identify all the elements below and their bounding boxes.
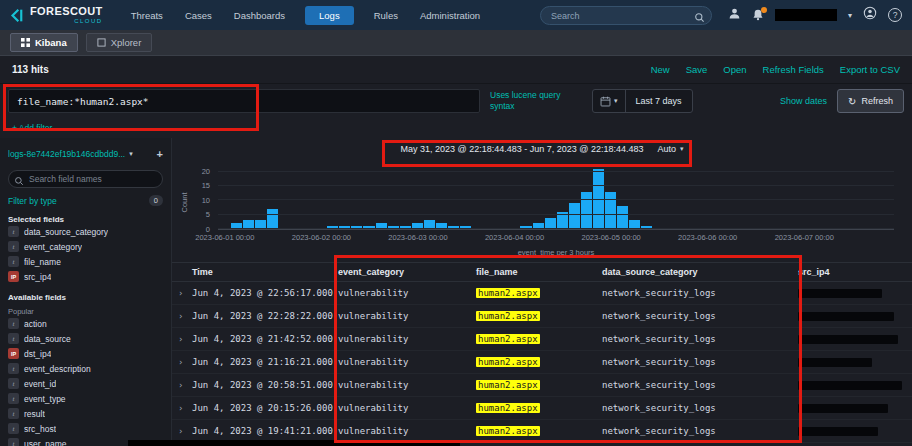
nav-item-logs[interactable]: Logs [305,6,354,25]
histogram-bar[interactable] [581,192,592,229]
interval-dropdown[interactable]: Auto ▾ [657,144,683,154]
action-export-to-csv[interactable]: Export to CSV [840,64,900,75]
lucene-syntax-hint[interactable]: Uses lucene query syntax [490,90,582,111]
field-name: action [24,319,47,329]
action-refresh-fields[interactable]: Refresh Fields [763,64,824,75]
cell-event-category: vulnerability [338,334,476,344]
filter-by-type-row: Filter by type 0 [8,195,163,206]
popular-fields-list: tactiontdata_sourceIPdst_ip4tevent_descr… [8,316,163,446]
field-event-type[interactable]: tevent_type [8,391,163,406]
field-data-source-category[interactable]: tdata_source_category [8,224,163,239]
field-event-id[interactable]: tevent_id [8,376,163,391]
nav-item-cases[interactable]: Cases [183,6,214,25]
add-filter-link[interactable]: + Add filter [12,123,52,133]
string-type-icon: t [8,333,19,344]
expand-row-button[interactable]: › [178,403,183,413]
nav-item-administration[interactable]: Administration [418,6,482,25]
action-open[interactable]: Open [723,64,746,75]
expand-row-button[interactable]: › [178,357,183,367]
histogram-bar[interactable] [267,209,278,229]
x-tick-label: 2023-06-04 00:00 [485,233,544,242]
tab-kibana[interactable]: Kibana [10,33,78,52]
redacted-value [798,381,902,390]
nav-item-dashboards[interactable]: Dashboards [232,6,287,25]
calendar-dropdown[interactable]: ▾ [593,96,625,107]
field-data-source[interactable]: tdata_source [8,331,163,346]
histogram-bar[interactable] [569,203,580,229]
expand-row-cell: › [178,288,192,298]
cell-file-name: human2.aspx [476,311,602,321]
nav-item-rules[interactable]: Rules [372,6,400,25]
cell-data-source-category: network_security_logs [602,311,798,321]
string-type-icon: t [8,226,19,237]
tab-label: Kibana [35,37,67,48]
hits-toolbar: 113 hits NewSaveOpenRefresh FieldsExport… [0,56,912,84]
index-pattern-selector[interactable]: logs-8e7442ef19b146cdbdd9... [8,149,125,159]
time-range-value[interactable]: Last 7 days [626,96,692,106]
hits-count: 113 hits [12,64,49,75]
brand-text: FORESCOUT CLOUD [30,6,103,24]
chevron-down-icon[interactable]: ▾ [129,150,133,158]
avatar-icon[interactable] [863,6,877,24]
add-field-icon[interactable]: + [157,148,163,160]
search-icon[interactable] [694,9,705,27]
notifications-bell-icon[interactable] [752,9,764,21]
x-axis-title: event_time per 3 hours [218,248,894,257]
histogram-bar[interactable] [617,206,628,229]
y-axis: 05101520 [182,166,214,230]
account-icon[interactable] [728,6,741,24]
field-src-host[interactable]: tsrc_host [8,421,163,436]
query-input[interactable] [8,89,480,113]
expand-row-button[interactable]: › [178,334,183,344]
field-name: event_id [24,379,56,389]
chevron-down-icon[interactable]: ▾ [848,11,852,20]
redacted-value [798,335,898,344]
column-header-event-category[interactable]: event_category [338,267,476,277]
chevron-down-icon: ▾ [614,97,618,105]
column-header-time[interactable]: Time [192,267,338,277]
brand-sub: CLOUD [30,18,103,24]
expand-row-button[interactable]: › [178,288,183,298]
cell-src-ip4 [798,311,912,321]
highlighted-file-name: human2.aspx [476,288,540,298]
forescout-logo[interactable]: FORESCOUT CLOUD [10,6,103,24]
nav-item-threats[interactable]: Threats [129,6,165,25]
cell-data-source-category: network_security_logs [602,357,798,367]
show-dates-link[interactable]: Show dates [780,96,827,106]
ip-type-icon: IP [8,348,19,359]
field-action[interactable]: taction [8,316,163,331]
field-event-category[interactable]: tevent_category [8,239,163,254]
date-picker[interactable]: ▾ Last 7 days [592,89,693,113]
field-dst-ip4[interactable]: IPdst_ip4 [8,346,163,361]
cell-time: Jun 4, 2023 @ 20:15:26.000 [192,403,338,413]
filter-row: + Add filter [0,118,912,138]
y-tick-label: 5 [206,210,210,219]
xplorer-icon [97,38,106,47]
selected-fields-label: Selected fields [8,215,163,224]
filter-by-type-link[interactable]: Filter by type [8,196,57,206]
help-icon[interactable]: ? [888,8,902,22]
field-file-name[interactable]: tfile_name [8,254,163,269]
action-save[interactable]: Save [686,64,708,75]
field-search-input[interactable] [8,170,163,188]
field-event-description[interactable]: tevent_description [8,361,163,376]
column-header-file-name[interactable]: file_name [476,267,602,277]
histogram-bar[interactable] [605,192,616,229]
field-src-ip4[interactable]: IPsrc_ip4 [8,269,163,284]
tab-xplorer[interactable]: Xplorer [86,33,153,52]
column-header-src-ip4[interactable]: src_ip4 [798,267,912,277]
global-search-input[interactable] [540,6,712,25]
string-type-icon: t [8,438,19,446]
x-tick-label: 2023-06-05 00:00 [582,233,641,242]
cell-time: Jun 4, 2023 @ 22:56:17.000 [192,288,338,298]
action-new[interactable]: New [651,64,670,75]
refresh-button[interactable]: ↻ Refresh [837,89,904,113]
field-result[interactable]: tresult [8,406,163,421]
workspace: logs-8e7442ef19b146cdbdd9... ▾ + Filter … [0,138,912,446]
field-name: event_description [24,364,91,374]
field-name: dst_ip4 [24,349,51,359]
expand-row-button[interactable]: › [178,426,183,436]
expand-row-button[interactable]: › [178,311,183,321]
expand-row-button[interactable]: › [178,380,183,390]
column-header-data-source-category[interactable]: data_source_category [602,267,798,277]
